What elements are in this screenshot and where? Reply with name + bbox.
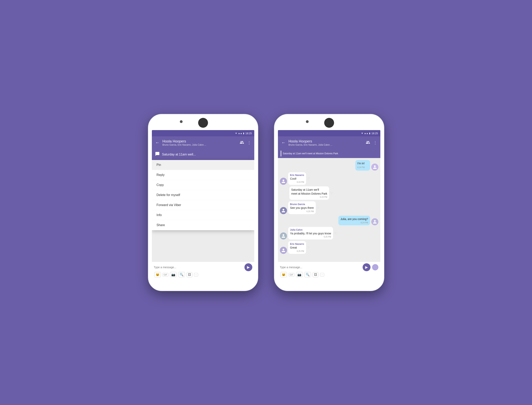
chat-title-2: Hoola Hoopers <box>289 139 363 143</box>
attach-icon-1[interactable]: 🖼 <box>187 272 193 277</box>
bubble-p5: Julia, are you coming? 6:24 PM <box>339 216 370 225</box>
msg-time-p6: 6:25 PM <box>324 236 331 238</box>
chat-area-1: Today 👤 I'm in! 👤 Eric Navarro Co <box>152 149 254 262</box>
wifi-icon-2: ▼ <box>361 132 363 135</box>
wifi-icon: ▼ <box>235 132 237 135</box>
bubble-p7: Eric Navarro Great 6:25 PM <box>288 241 306 254</box>
more-icon-input-2[interactable]: ··· <box>320 273 324 277</box>
input-area-1: ▶ 🐱 GIF 📷 🔍 🖼 ··· <box>152 262 254 279</box>
send-button-1[interactable]: ▶ <box>244 263 252 271</box>
back-button-2[interactable]: ← <box>280 139 287 146</box>
toolbar-1: ← Hoola Hoopers Bruno Garcia, Eric Navar… <box>152 136 254 149</box>
phone-1-screen: ▼ ▲▲ ▮ 18:25 ← Hoola Hoopers Bruno Garci… <box>152 130 254 279</box>
input-toolbar-2: 🐱 GIF 📷 🔍 🖼 ··· <box>280 272 378 277</box>
status-bar-1: ▼ ▲▲ ▮ 18:25 <box>152 130 254 136</box>
msg-time-p5: 6:24 PM <box>361 222 368 224</box>
photo-icon-1[interactable]: 🔍 <box>178 272 185 277</box>
context-header: Saturday at 11am well... <box>152 149 254 160</box>
msg-text-p1: I'm in! <box>357 162 368 166</box>
toolbar-actions-1: ⋮ <box>239 139 252 146</box>
pinned-bar <box>281 150 281 156</box>
heart-icon-p4[interactable]: ♡ <box>317 206 319 209</box>
heart-icon-p2[interactable]: ♡ <box>307 177 310 180</box>
sender-p7: Eric Navarro <box>290 243 304 245</box>
context-item-copy[interactable]: Copy <box>152 180 254 190</box>
context-item-delete[interactable]: Delete for myself <box>152 190 254 200</box>
bubble-p4: Bruno Garcia See you guys there 6:25 PM <box>288 201 316 214</box>
message-input-2[interactable] <box>280 265 361 270</box>
camera-icon-2[interactable]: 📷 <box>296 272 303 277</box>
input-toolbar-1: 🐱 GIF 📷 🔍 🖼 ··· <box>154 272 252 277</box>
context-item-pin[interactable]: Pin <box>152 160 254 170</box>
toolbar-actions-2: ⋮ <box>365 139 378 146</box>
msg-meta-p4: 6:25 PM <box>290 210 314 213</box>
avatar-p4 <box>280 207 287 214</box>
pinned-text: Saturday at 11am we'll meet at Mission D… <box>283 152 338 155</box>
msg-text-p6: Ya probably, I'll let you guys know <box>290 232 331 236</box>
msg-meta-p5: 6:24 PM <box>340 222 368 224</box>
context-item-reply[interactable]: Reply <box>152 170 254 180</box>
msg-text-p3: Saturday at 11am we'llmeet at Mission Do… <box>291 188 327 196</box>
gif-icon-2[interactable]: GIF <box>289 273 294 277</box>
heart-icon-p7[interactable]: ♡ <box>307 246 310 249</box>
chat-subtitle-1: Bruno Garcia, Eric Navarro, Julia Calvo … <box>163 143 214 146</box>
avatar-p5 <box>371 218 378 225</box>
bubble-p6: Julia Calvo Ya probably, I'll let you gu… <box>288 227 333 240</box>
input-area-2: ▶ 🐱 GIF 📷 🔍 🖼 ··· <box>278 262 380 279</box>
more-icon-2[interactable]: ⋮ <box>373 140 378 146</box>
camera-icon-1[interactable]: 📷 <box>170 272 177 277</box>
heart-icon-p1[interactable]: ♡ <box>366 166 368 169</box>
status-time-1: 18:25 <box>245 132 252 135</box>
msg-meta-p3: 6:24 PM <box>291 196 327 198</box>
sender-p6: Julia Calvo <box>290 229 331 231</box>
emoji-icon-2[interactable]: 🐱 <box>280 272 287 277</box>
context-item-share[interactable]: Share <box>152 220 254 230</box>
msg-row-p6: Julia Calvo Ya probably, I'll let you gu… <box>280 227 378 240</box>
signal-icon: ▲▲ <box>238 132 242 135</box>
msg-text-p7: Great <box>290 246 304 250</box>
send-button-2[interactable]: ▶ <box>363 263 371 271</box>
heart-icon-p3[interactable]: ♡ <box>330 191 333 195</box>
context-item-info[interactable]: Info <box>152 210 254 220</box>
msg-row-p3: Saturday at 11am we'llmeet at Mission Do… <box>280 186 378 200</box>
phone-2: ▼ ▲▲ ▮ 18:25 ← Hoola Hoopers Bruno Garci… <box>274 114 384 291</box>
msg-meta-p1: 6:24 PM ♡ <box>357 166 368 169</box>
msg-row-p2: Eric Navarro Cool! 6:24 PM ♡ <box>280 172 378 185</box>
bubble-p3: Saturday at 11am we'llmeet at Mission Do… <box>289 186 329 200</box>
msg-time-p2: 6:24 PM <box>297 181 304 183</box>
back-button-1[interactable]: ← <box>154 139 161 146</box>
attach-icon-2[interactable]: 🖼 <box>313 272 318 277</box>
msg-time-p1: 6:24 PM <box>357 166 365 169</box>
phone-1: ▼ ▲▲ ▮ 18:25 ← Hoola Hoopers Bruno Garci… <box>148 114 258 291</box>
more-icon-1[interactable]: ⋮ <box>246 140 252 146</box>
emoji-icon-1[interactable]: 🐱 <box>154 272 161 277</box>
msg-time-p4: 6:25 PM <box>306 210 314 213</box>
avatar-p2 <box>280 178 287 185</box>
heart-icon-p6[interactable]: ♡ <box>334 232 337 235</box>
msg-time-p7: 6:25 PM <box>297 250 304 252</box>
context-item-forward[interactable]: Forward via Viber <box>152 200 254 210</box>
add-member-icon-2[interactable] <box>365 139 371 146</box>
msg-text-p4: See you guys there <box>290 206 314 210</box>
msg-row-p4: Bruno Garcia See you guys there 6:25 PM … <box>280 201 378 214</box>
status-bar-2: ▼ ▲▲ ▮ 18:25 <box>278 130 380 136</box>
msg-row-p1: I'm in! 6:24 PM ♡ <box>280 160 378 171</box>
toolbar-2: ← Hoola Hoopers Bruno Garcia, Eric Navar… <box>278 136 380 149</box>
status-time-2: 18:25 <box>372 132 378 135</box>
context-menu: Pin Reply Copy Delete for myself Forward… <box>152 160 254 230</box>
toolbar-info-2: Hoola Hoopers Bruno Garcia, Eric Navarro… <box>289 139 363 146</box>
photo-icon-2[interactable]: 🔍 <box>304 272 311 277</box>
input-row-1: ▶ <box>154 263 252 271</box>
context-header-text: Saturday at 11am well... <box>162 153 196 156</box>
battery-icon: ▮ <box>243 132 244 135</box>
msg-text-p2: Cool! <box>290 177 304 181</box>
sender-p2: Eric Navarro <box>290 174 304 176</box>
gif-icon-1[interactable]: GIF <box>163 273 168 277</box>
more-icon-input-1[interactable]: ··· <box>194 273 198 277</box>
msg-row-p7: Eric Navarro Great 6:25 PM ♡ <box>280 241 378 254</box>
message-input-1[interactable] <box>154 265 243 270</box>
avatar-p6 <box>280 232 287 239</box>
context-menu-overlay: Saturday at 11am well... Pin Reply Copy … <box>152 149 254 262</box>
chat-subtitle-2: Bruno Garcia, Eric Navarro, Julia Calvo … <box>289 143 340 146</box>
add-member-icon-1[interactable] <box>239 139 245 146</box>
